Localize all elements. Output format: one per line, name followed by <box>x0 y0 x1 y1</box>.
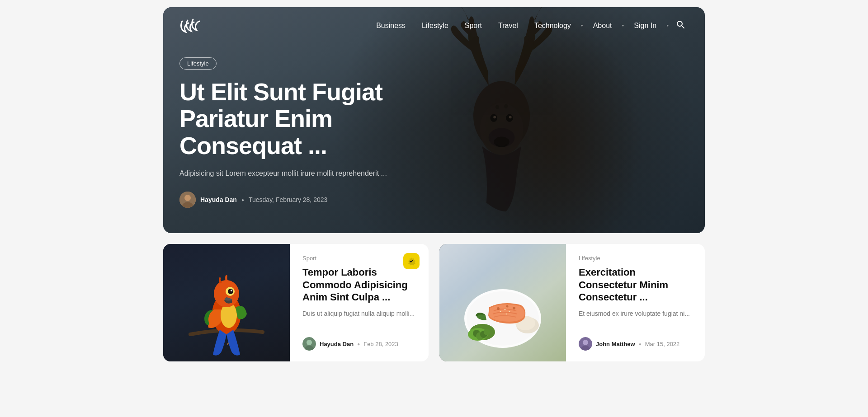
nav-item-travel[interactable]: Travel <box>492 22 524 30</box>
card-2-date: Mar 15, 2022 <box>645 341 680 347</box>
svg-point-18 <box>228 289 233 294</box>
svg-point-34 <box>506 305 509 308</box>
hero-author-avatar <box>179 192 196 208</box>
hero-meta: Hayuda Dan ● Tuesday, February 28, 2023 <box>179 192 454 208</box>
card-1-author-avatar <box>302 337 316 351</box>
nav-separator-2: ● <box>622 23 624 28</box>
parrot-illustration <box>163 244 290 361</box>
svg-point-38 <box>509 311 510 312</box>
card-1-image <box>163 244 290 361</box>
nav-links: Business Lifestyle Sport Travel Technolo… <box>370 17 689 34</box>
hero-category-badge[interactable]: Lifestyle <box>179 57 217 70</box>
svg-point-41 <box>583 340 588 345</box>
nav-item-about[interactable]: About <box>587 22 618 30</box>
search-icon <box>676 20 685 29</box>
nav-item-business[interactable]: Business <box>370 22 412 30</box>
card-1-meta-dot: ● <box>357 342 360 347</box>
card-1-category: Sport <box>302 255 416 262</box>
card-2-meta-dot: ● <box>639 342 642 347</box>
hero-author-name: Hayuda Dan <box>200 196 237 203</box>
nav-item-lifestyle[interactable]: Lifestyle <box>415 22 455 30</box>
article-card-2[interactable]: Lifestyle Exercitation Consectetur Minim… <box>439 244 705 361</box>
card-1-title: Tempor Laboris Commodo Adipisicing Anim … <box>302 266 416 304</box>
nav-item-sport[interactable]: Sport <box>458 22 488 30</box>
svg-point-37 <box>505 309 506 310</box>
svg-point-33 <box>497 307 500 310</box>
search-button[interactable] <box>672 17 689 34</box>
svg-point-4 <box>493 116 496 118</box>
card-2-body: Lifestyle Exercitation Consectetur Minim… <box>566 244 705 361</box>
svg-point-36 <box>500 311 501 312</box>
svg-point-9 <box>505 104 508 108</box>
logo[interactable] <box>179 18 201 34</box>
card-1-body: Sport Tempor Laboris Commodo Adipisicing… <box>290 244 429 361</box>
card-1-description: Duis ut aliquip fugiat nulla aliquip mol… <box>302 309 416 319</box>
nav-separator-1: ● <box>581 23 583 28</box>
svg-point-30 <box>484 329 490 335</box>
svg-point-19 <box>231 290 232 291</box>
card-2-author-name: John Matthew <box>596 341 635 347</box>
hero-description: Adipisicing sit Lorem excepteur mollit i… <box>179 168 454 179</box>
svg-point-35 <box>513 307 515 309</box>
hero-wrapper: Business Lifestyle Sport Travel Technolo… <box>156 0 712 233</box>
card-1-date: Feb 28, 2023 <box>363 341 398 347</box>
verified-badge-1 <box>403 253 420 269</box>
cards-section: Sport Tempor Laboris Commodo Adipisicing… <box>156 244 712 361</box>
hero-title: Ut Elit Sunt Fugiat Pariatur Enim Conseq… <box>179 79 454 159</box>
navbar: Business Lifestyle Sport Travel Technolo… <box>163 7 705 44</box>
svg-point-12 <box>184 195 191 201</box>
card-1-author-name: Hayuda Dan <box>320 341 354 347</box>
svg-point-8 <box>495 105 499 109</box>
logo-icon <box>179 18 201 34</box>
svg-point-7 <box>494 137 509 147</box>
salmon-illustration <box>439 244 566 361</box>
svg-point-21 <box>307 340 312 345</box>
card-2-category: Lifestyle <box>579 255 692 262</box>
card-2-title: Exercitation Consectetur Minim Consectet… <box>579 266 692 304</box>
hero-meta-dot: ● <box>241 197 244 202</box>
parrot-svg <box>181 244 272 361</box>
card-2-author-avatar <box>579 337 592 351</box>
salmon-svg <box>458 244 548 361</box>
svg-point-39 <box>506 314 507 314</box>
verified-icon <box>407 257 416 266</box>
nav-item-technology[interactable]: Technology <box>528 22 577 30</box>
card-2-meta: John Matthew ● Mar 15, 2022 <box>579 337 692 351</box>
nav-separator-3: ● <box>666 23 669 28</box>
hero-pub-date: Tuesday, February 28, 2023 <box>249 196 327 203</box>
card-2-image <box>439 244 566 361</box>
hero-section: Business Lifestyle Sport Travel Technolo… <box>163 7 705 233</box>
card-2-description: Et eiusmod ex irure voluptate fugiat ni.… <box>579 309 692 319</box>
card-1-meta: Hayuda Dan ● Feb 28, 2023 <box>302 337 416 351</box>
nav-item-signin[interactable]: Sign In <box>627 22 663 30</box>
svg-point-5 <box>509 116 512 118</box>
hero-content: Lifestyle Ut Elit Sunt Fugiat Pariatur E… <box>163 44 471 230</box>
article-card-1[interactable]: Sport Tempor Laboris Commodo Adipisicing… <box>163 244 429 361</box>
